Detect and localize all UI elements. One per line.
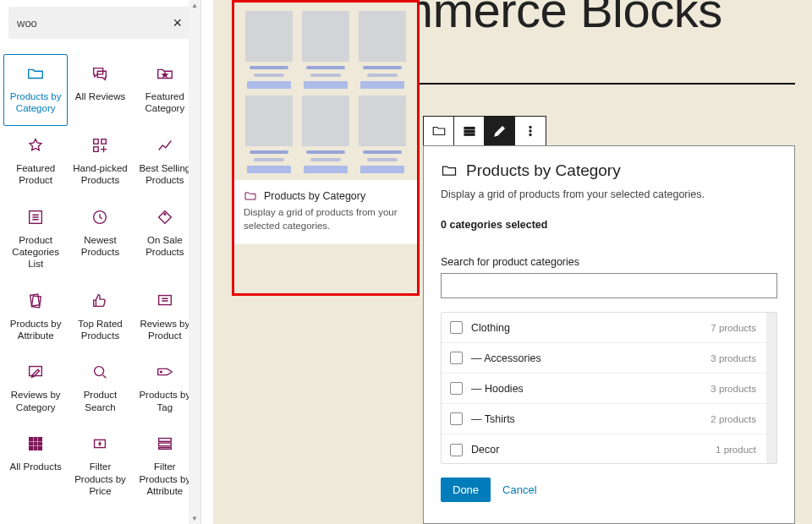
category-row[interactable]: — Hoodies3 products [442, 374, 776, 404]
block-reviews-by-category[interactable]: Reviews by Category [3, 352, 68, 424]
block-all-reviews[interactable]: All Reviews [68, 54, 132, 126]
category-row[interactable]: — Accessories3 products [442, 343, 776, 374]
svg-point-5 [164, 213, 166, 215]
block-label: Reviews by Category [6, 389, 65, 413]
category-name: Clothing [471, 322, 510, 334]
preview-description: Display a grid of products from your sel… [244, 206, 408, 232]
svg-point-11 [160, 371, 162, 373]
svg-rect-27 [464, 134, 475, 135]
folder-icon [244, 189, 257, 203]
thumb-icon [90, 291, 110, 311]
grid-plus-icon [90, 135, 110, 156]
inserter-scrollbar[interactable] [189, 0, 200, 524]
price-icon [90, 434, 110, 454]
cancel-button[interactable]: Cancel [502, 483, 536, 496]
category-checkbox[interactable] [450, 412, 463, 425]
svg-rect-20 [39, 447, 42, 450]
review-icon [155, 291, 175, 311]
folder-icon [25, 63, 46, 84]
star-icon [25, 135, 46, 156]
svg-rect-24 [158, 448, 171, 450]
block-search-input[interactable] [17, 17, 171, 30]
category-name: — Hoodies [471, 383, 524, 395]
block-product-categories-list[interactable]: Product Categories List [3, 198, 68, 281]
category-count: 7 products [710, 323, 756, 333]
toolbar-block-type-button[interactable] [424, 117, 454, 145]
svg-rect-22 [158, 439, 171, 442]
folder-icon [441, 162, 458, 179]
block-label: Filter Products by Attribute [135, 461, 195, 497]
block-filter-products-by-attribute[interactable]: Filter Products by Attribute [133, 424, 197, 508]
done-button[interactable]: Done [441, 478, 491, 502]
block-products-by-tag[interactable]: Products by Tag [133, 352, 197, 424]
block-label: Featured Category [135, 90, 195, 115]
toolbar-edit-button[interactable] [485, 117, 515, 145]
svg-rect-13 [34, 438, 37, 441]
block-label: All Reviews [75, 90, 125, 102]
block-label: Reviews by Product [135, 318, 195, 342]
block-featured-category[interactable]: Featured Category [133, 54, 197, 126]
category-row[interactable]: Decor1 product [442, 434, 776, 464]
block-top-rated-products[interactable]: Top Rated Products [68, 281, 132, 353]
category-count: 1 product [716, 445, 756, 455]
toolbar-align-button[interactable] [454, 117, 485, 145]
block-newest-products[interactable]: Newest Products [68, 198, 132, 281]
clear-search-icon[interactable]: × [171, 14, 184, 32]
trend-icon [155, 135, 175, 156]
svg-rect-18 [30, 447, 33, 450]
tag-icon [155, 207, 175, 227]
category-checkbox[interactable] [450, 352, 463, 364]
block-inserter-panel: × Products by CategoryAll ReviewsFeature… [0, 0, 201, 524]
preview-title: Products by Category [264, 190, 365, 202]
block-product-search[interactable]: Product Search [68, 352, 132, 424]
block-reviews-by-product[interactable]: Reviews by Product [133, 281, 197, 353]
svg-rect-16 [34, 442, 37, 445]
svg-point-28 [529, 126, 531, 128]
block-search-bar: × [8, 7, 192, 39]
folder-star-icon [155, 63, 175, 84]
block-label: Featured Product [6, 162, 65, 187]
block-label: Product Categories List [6, 234, 65, 270]
search-icon [90, 362, 110, 382]
list-box-icon [25, 207, 46, 227]
settings-title: Products by Category [466, 161, 621, 180]
category-search-label: Search for product categories [441, 256, 777, 268]
block-filter-products-by-price[interactable]: Filter Products by Price [68, 424, 132, 508]
toolbar-more-button[interactable] [515, 117, 546, 145]
category-row[interactable]: — Tshirts2 products [442, 404, 776, 434]
block-featured-product[interactable]: Featured Product [3, 126, 68, 198]
block-hand-picked-products[interactable]: Hand-picked Products [68, 126, 132, 198]
block-all-products[interactable]: All Products [3, 424, 68, 508]
svg-rect-25 [464, 128, 475, 129]
svg-rect-23 [158, 443, 171, 446]
block-label: On Sale Products [135, 234, 195, 259]
clock-icon [90, 207, 110, 227]
svg-point-29 [529, 130, 531, 132]
cards-icon [25, 291, 46, 311]
category-list[interactable]: Clothing7 products— Accessories3 product… [441, 312, 777, 464]
category-checkbox[interactable] [450, 444, 463, 456]
category-count: 2 products [710, 414, 756, 424]
block-settings-panel: Products by Category Display a grid of p… [423, 145, 795, 524]
category-checkbox[interactable] [450, 382, 463, 395]
category-checkbox[interactable] [450, 321, 463, 334]
block-label: Products by Category [6, 90, 65, 115]
svg-rect-15 [30, 442, 33, 445]
chat-icon [90, 63, 110, 84]
svg-rect-26 [464, 130, 475, 132]
blocks-grid: Products by CategoryAll ReviewsFeatured … [0, 49, 200, 513]
block-products-by-category[interactable]: Products by Category [3, 54, 68, 126]
svg-rect-2 [94, 147, 99, 152]
category-row[interactable]: Clothing7 products [442, 313, 776, 343]
svg-point-30 [529, 134, 531, 135]
category-search-input[interactable] [441, 273, 777, 298]
tag-h-icon [155, 362, 175, 382]
editor-canvas: WooCommerce Blocks Products by Category … [213, 0, 812, 524]
category-name: — Tshirts [471, 413, 515, 425]
block-best-selling-products[interactable]: Best Selling Products [133, 126, 197, 198]
svg-rect-1 [102, 139, 107, 144]
review-edit-icon [25, 362, 46, 382]
block-products-by-attribute[interactable]: Products by Attribute [3, 281, 68, 353]
block-on-sale-products[interactable]: On Sale Products [133, 198, 197, 281]
category-name: — Accessories [471, 352, 541, 364]
